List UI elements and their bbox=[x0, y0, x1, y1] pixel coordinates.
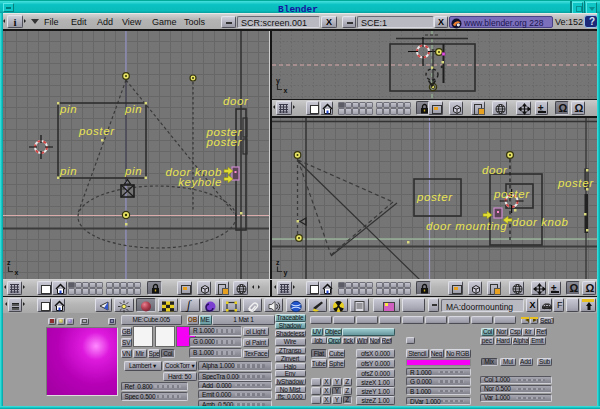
svg-text:y: y bbox=[284, 269, 288, 277]
svg-text:x: x bbox=[15, 269, 19, 276]
svg-text:y: y bbox=[276, 77, 280, 85]
svg-text:poster: poster bbox=[78, 125, 115, 137]
svg-text:pin: pin bbox=[59, 165, 77, 177]
svg-text:poster: poster bbox=[493, 188, 530, 200]
svg-text:poster: poster bbox=[205, 136, 242, 148]
svg-text:z: z bbox=[276, 259, 280, 266]
svg-text:door: door bbox=[482, 164, 508, 176]
svg-text:keyhole: keyhole bbox=[178, 176, 222, 188]
svg-text:pin: pin bbox=[124, 165, 142, 177]
svg-text:pin: pin bbox=[124, 103, 142, 115]
svg-text:poster: poster bbox=[416, 191, 453, 203]
svg-text:pin: pin bbox=[59, 103, 77, 115]
svg-text:poster: poster bbox=[557, 177, 594, 189]
svg-text:x: x bbox=[284, 87, 288, 94]
svg-text:door mounting: door mounting bbox=[426, 220, 507, 232]
svg-text:z: z bbox=[7, 259, 11, 266]
svg-text:door knob: door knob bbox=[512, 216, 569, 228]
svg-text:door: door bbox=[223, 95, 249, 107]
